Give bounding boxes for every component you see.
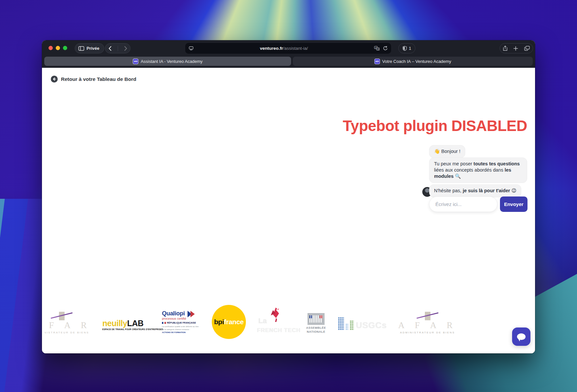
url-path: /assistant-ia/: [283, 46, 308, 51]
neuilly-name: neuilly: [102, 319, 127, 328]
chat-bubble-icon: [517, 333, 526, 340]
msg2-bold: toutes tes questions: [473, 161, 520, 166]
share-icon[interactable]: [503, 46, 507, 51]
neuilly-lab: LAB: [127, 319, 144, 328]
msg2-emoji: 🔍: [454, 174, 461, 179]
afar-letters: A F A R: [398, 320, 457, 330]
msg3-bold: je suis là pour t'aider: [463, 188, 510, 193]
forward-icon[interactable]: [124, 46, 127, 51]
browser-toolbar: Privée ventureo.fr/assistant-ia/: [42, 40, 535, 56]
chat-message-help: N'hésite pas, je suis là pour t'aider 😉: [429, 184, 521, 197]
logo-qualiopi: Qualiopi processus certifié RÉPUBLIQUE F…: [162, 310, 202, 334]
logo-afar: A F A R ADMINISTRATEUR DE BIENS: [397, 312, 458, 334]
tab-assistant-ia[interactable]: vo Assistant IA - Ventureo Academy: [44, 57, 291, 66]
ventureo-favicon: vo: [374, 59, 380, 64]
typebot-disabled-heading: Typebot plugin DISABLED: [343, 117, 527, 135]
usgc-name: USGCs: [356, 320, 387, 330]
back-icon[interactable]: [109, 46, 111, 51]
url-host: ventureo.fr: [260, 46, 283, 51]
logo-usgc: USGCs: [338, 317, 387, 330]
afar-subtitle: ADMINISTRATEUR DE BIENS: [400, 331, 455, 334]
sidebar-icon: [78, 46, 84, 51]
url-text: ventureo.fr/assistant-ia/: [194, 46, 374, 51]
afar-subtitle: ADMINISTRATEUR DE BIENS: [45, 331, 89, 334]
minimize-window-button[interactable]: [56, 46, 60, 50]
shield-icon: [403, 46, 407, 51]
close-window-button[interactable]: [49, 46, 53, 50]
private-label: Privée: [87, 46, 99, 51]
browser-window: Privée ventureo.fr/assistant-ia/: [42, 40, 535, 353]
afar-mark-icon: [52, 312, 71, 321]
frenchtech-name: FRENCH TECH: [257, 327, 301, 334]
ventureo-favicon: vo: [133, 59, 138, 64]
tab-bar: vo Assistant IA - Ventureo Academy vo Vo…: [42, 56, 535, 68]
qualiopi-name: Qualiopi: [162, 310, 186, 317]
logo-assemblee-nationale: ASSEMBLÉENATIONALE: [304, 313, 328, 334]
rooster-icon: [268, 307, 283, 327]
svg-text:文: 文: [377, 48, 379, 50]
qualiopi-process: processus certifié: [162, 317, 186, 320]
building-icon: [345, 323, 348, 330]
nav-divider: [118, 46, 118, 51]
back-circle-icon: [51, 76, 58, 83]
reload-icon[interactable]: [383, 46, 388, 51]
private-browsing-badge[interactable]: Privée: [75, 43, 104, 53]
tab-title: Votre Coach IA – Ventureo Academy: [382, 59, 451, 64]
tab-votre-coach-ia[interactable]: vo Votre Coach IA – Ventureo Academy: [293, 57, 533, 66]
afar-letters: A F A R: [45, 320, 91, 330]
tab-title: Assistant IA - Ventureo Academy: [141, 59, 203, 64]
privacy-report-badge[interactable]: 1: [398, 43, 415, 53]
qualiopi-chevrons-icon: [188, 311, 196, 318]
bpi-name: bpi: [214, 318, 224, 326]
partner-logo-carousel: A F A R ADMINISTRATEUR DE BIENS neuillyL…: [45, 303, 468, 341]
zoom-window-button[interactable]: [63, 46, 67, 50]
logo-afar: A F A R ADMINISTRATEUR DE BIENS: [45, 312, 92, 334]
frenchtech-la: La: [258, 317, 267, 325]
chat-text-input[interactable]: [429, 196, 497, 212]
toolbar-right-buttons: [500, 43, 533, 53]
tab-overview-icon[interactable]: [524, 46, 530, 51]
msg2-text: Tu peux me poser: [434, 161, 473, 166]
desktop: Privée ventureo.fr/assistant-ia/: [0, 0, 577, 392]
assemblee-building-icon: [308, 313, 325, 325]
chat-message-questions: Tu peux me poser toutes tes questions li…: [429, 158, 527, 183]
republique-label: RÉPUBLIQUE FRANÇAISE: [167, 322, 196, 324]
page-format-icon[interactable]: [189, 46, 194, 51]
page-content: Retour à votre Tableau de Bord Typebot p…: [42, 68, 535, 353]
building-icon: [338, 317, 344, 330]
bpi-france: france: [224, 318, 244, 326]
neuilly-subtitle: ESPACE DE TRAVAIL POUR CRÉATEURS D'ENTRE…: [102, 328, 163, 330]
translate-icon[interactable]: A 文: [374, 46, 380, 51]
chat-fab-button[interactable]: [512, 327, 530, 346]
back-to-dashboard-link[interactable]: Retour à votre Tableau de Bord: [51, 76, 136, 83]
chat-message-greeting: 👋 Bonjour !: [429, 145, 465, 158]
address-bar[interactable]: ventureo.fr/assistant-ia/ A 文: [185, 43, 391, 54]
building-icon: [349, 321, 354, 330]
logo-frenchtech: La FRENCH TECH: [256, 307, 294, 338]
back-link-label: Retour à votre Tableau de Bord: [61, 76, 136, 82]
msg3-emoji: 😉: [510, 188, 516, 193]
new-tab-icon[interactable]: [513, 46, 518, 51]
logo-bpifrance: bpifrance: [212, 305, 246, 339]
afar-mark-icon: [418, 312, 437, 321]
shield-count: 1: [409, 46, 411, 51]
window-controls: [49, 46, 67, 50]
nav-buttons: [105, 43, 130, 53]
logo-neuillylab: neuillyLAB ESPACE DE TRAVAIL POUR CRÉATE…: [102, 319, 152, 330]
msg2-text: liées aux concepts abordés dans: [434, 167, 505, 173]
france-flag-icon: [162, 322, 166, 324]
chat-input-row: Envoyer: [429, 196, 527, 212]
msg3-text: N'hésite pas,: [434, 188, 463, 193]
qualiopi-cert-text: La certification qualité a été délivrée …: [162, 325, 199, 334]
send-button[interactable]: Envoyer: [500, 196, 527, 212]
